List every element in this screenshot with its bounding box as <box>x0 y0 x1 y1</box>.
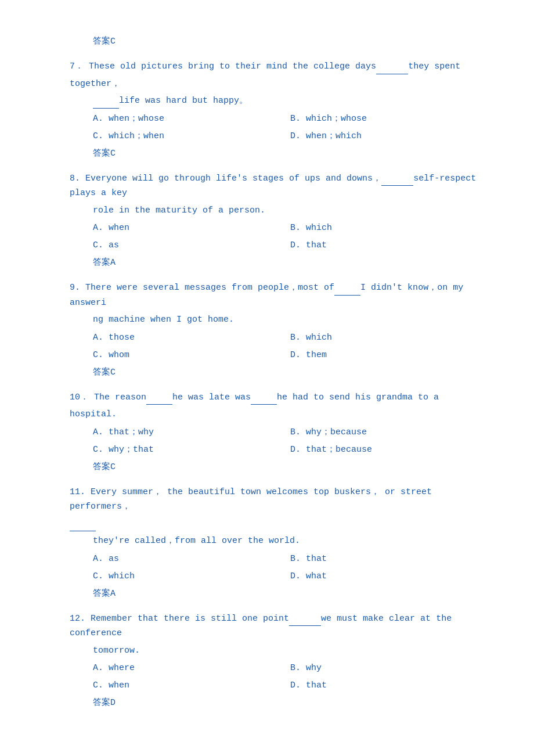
q11-text-main: Every summer， the beautiful town welcome… <box>70 487 432 512</box>
q10-option-b: B. why；because <box>290 426 488 440</box>
q7-text-before-blank: These old pictures bring to their mind t… <box>89 62 376 71</box>
q10-blank1 <box>146 396 172 405</box>
q7-options-row2: C. which；when D. when；which <box>93 129 488 143</box>
q8-continuation: role in the maturity of a person. <box>93 203 488 218</box>
prev-answer: 答案C <box>93 35 488 49</box>
q9-option-a: A. those <box>93 331 290 345</box>
q9-option-b: B. which <box>290 331 488 345</box>
q10-option-c: C. why；that <box>93 443 290 457</box>
q8-option-d: D. that <box>290 239 488 253</box>
q7-sub-text: life was hard but happy。 <box>119 96 248 106</box>
q12-options-row2: C. when D. that <box>93 679 488 693</box>
q12-number: 12. <box>70 614 85 624</box>
q12-blank <box>289 617 321 626</box>
q9-continuation: ng machine when I got home. <box>93 312 488 327</box>
q11-options-row1: A. as B. that <box>93 552 488 566</box>
q12-text-before-blank: Remember that there is still one point <box>91 614 289 624</box>
question-12-block: 12. Remember that there is still one poi… <box>70 611 488 711</box>
q11-option-d: D. what <box>290 570 488 584</box>
q7-continuation: together， <box>70 77 488 92</box>
q9-number: 9. <box>70 283 80 293</box>
q9-answer: 答案C <box>93 366 488 380</box>
q12-text: 12. Remember that there is still one poi… <box>70 611 488 641</box>
q8-option-c: C. as <box>93 239 290 253</box>
q12-option-c: C. when <box>93 679 290 693</box>
q7-sub-line: life was hard but happy。 <box>93 93 488 109</box>
q11-blank <box>70 523 96 531</box>
q9-blank <box>334 287 360 296</box>
q10-blank2 <box>251 396 277 405</box>
q11-answer: 答案A <box>93 587 488 601</box>
q8-number: 8. <box>70 174 80 183</box>
q12-options-row1: A. where B. why <box>93 661 488 675</box>
q7-option-a: A. when；whose <box>93 112 290 126</box>
q10-text-part1: The reason <box>94 393 146 402</box>
q8-text-before-blank: Everyone will go through life's stages o… <box>85 174 381 183</box>
q7-blank1 <box>376 66 408 74</box>
q7-option-d: D. when；which <box>290 129 488 143</box>
q9-options-row2: C. whom D. them <box>93 348 488 362</box>
q12-continuation: tomorrow. <box>93 643 488 658</box>
q10-text: 10． The reasonhe was late washe had to s… <box>70 390 488 405</box>
q9-option-d: D. them <box>290 348 488 362</box>
q8-options-row2: C. as D. that <box>93 239 488 253</box>
q9-text-before-blank: There were several messages from people，… <box>85 283 334 293</box>
q10-answer: 答案C <box>93 460 488 474</box>
q10-text-part3: he had to send his grandma to a <box>277 393 439 402</box>
question-11-block: 11. Every summer， the beautiful town wel… <box>70 485 488 601</box>
q12-option-a: A. where <box>93 661 290 675</box>
question-8-block: 8. Everyone will go through life's stage… <box>70 171 488 271</box>
q10-option-a: A. that；why <box>93 426 290 440</box>
q11-option-b: B. that <box>290 552 488 566</box>
q9-text: 9. There were several messages from peop… <box>70 280 488 310</box>
q10-number: 10． <box>70 393 89 402</box>
question-7-block: 7． These old pictures bring to their min… <box>70 59 488 161</box>
q11-options-row2: C. which D. what <box>93 570 488 584</box>
q8-answer: 答案A <box>93 256 488 270</box>
q8-text: 8. Everyone will go through life's stage… <box>70 171 488 201</box>
q11-option-c: C. which <box>93 570 290 584</box>
q7-text-after-blank: they spent <box>408 62 460 71</box>
q10-options-row2: C. why；that D. that；because <box>93 443 488 457</box>
q8-option-b: B. which <box>290 221 488 235</box>
question-10-block: 10． The reasonhe was late washe had to s… <box>70 390 488 474</box>
q12-option-b: B. why <box>290 661 488 675</box>
q10-option-d: D. that；because <box>290 443 488 457</box>
q7-blank2 <box>93 100 119 109</box>
q10-options-row1: A. that；why B. why；because <box>93 426 488 440</box>
q11-sub: they're called，from all over the world. <box>93 534 488 549</box>
q12-option-d: D. that <box>290 679 488 693</box>
q7-answer: 答案C <box>93 147 488 161</box>
q7-option-c: C. which；when <box>93 129 290 143</box>
q11-option-a: A. as <box>93 552 290 566</box>
q11-number: 11. <box>70 487 85 497</box>
question-9-block: 9. There were several messages from peop… <box>70 280 488 380</box>
q8-options-row1: A. when B. which <box>93 221 488 235</box>
q7-option-b: B. which；whose <box>290 112 488 126</box>
q9-option-c: C. whom <box>93 348 290 362</box>
q7-options-row1: A. when；whose B. which；whose <box>93 112 488 126</box>
prev-answer-block: 答案C <box>70 35 488 49</box>
q8-option-a: A. when <box>93 221 290 235</box>
q11-blank-line <box>70 517 488 532</box>
q8-blank <box>381 177 413 186</box>
q10-continuation: hospital. <box>70 407 488 422</box>
q10-text-part2: he was late was <box>172 393 251 402</box>
q11-text: 11. Every summer， the beautiful town wel… <box>70 485 488 514</box>
q7-text: 7． These old pictures bring to their min… <box>70 59 488 74</box>
q12-answer: 答案D <box>93 696 488 710</box>
q9-options-row1: A. those B. which <box>93 331 488 345</box>
q7-number: 7． <box>70 62 84 71</box>
